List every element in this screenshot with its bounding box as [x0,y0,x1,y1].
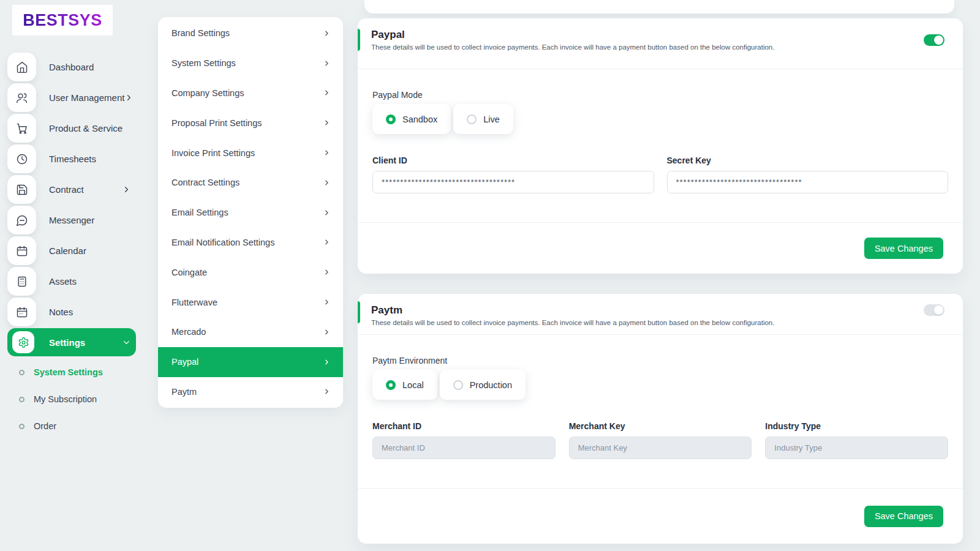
subnav-item-label: Order [34,421,56,431]
bullet-icon [19,370,24,375]
paypal-save-changes-button[interactable]: Save Changes [864,238,943,259]
sidebar-item-contract[interactable]: Contract [7,175,136,204]
settings-menu-item-coingate[interactable]: Coingate [158,257,343,287]
sidebar-item-label: Calendar [49,246,86,256]
subnav-item-my-subscription[interactable]: My Subscription [19,386,103,413]
chevron-right-icon [323,29,331,37]
paypal-mode-live-radio[interactable]: Live [453,104,513,134]
radio-label: Live [483,114,500,124]
settings-menu-item-invoice-print-settings[interactable]: Invoice Print Settings [158,138,343,168]
paytm-fields: Merchant ID Merchant Key Industry Type [372,421,948,459]
paypal-enabled-toggle[interactable] [924,34,944,46]
chevron-right-icon [122,185,131,194]
sidebar-item-timesheets[interactable]: Timesheets [7,144,136,173]
sidebar-item-product-service[interactable]: Product & Service [7,114,136,143]
sidebar-item-label: Product & Service [49,123,123,133]
sidebar-item-dashboard[interactable]: Dashboard [7,53,136,81]
sidebar-nav: Dashboard User Management Product & Serv… [7,53,136,356]
merchant-id-field-group: Merchant ID [372,421,556,459]
paypal-mode-label: Paypal Mode [372,90,948,100]
paypal-mode-sandbox-radio[interactable]: Sandbox [372,104,451,134]
radio-selected-icon [386,114,396,124]
chevron-right-icon [323,149,331,157]
paypal-card-header: Paypal These details will be used to col… [358,18,963,69]
main-content: Paypal These details will be used to col… [358,0,963,551]
settings-menu-item-company-settings[interactable]: Company Settings [158,78,343,108]
paytm-enabled-toggle[interactable] [924,304,944,316]
sidebar-item-label: Settings [49,337,85,348]
sidebar-item-settings[interactable]: Settings [7,328,136,356]
settings-menu-item-mercado[interactable]: Mercado [158,317,343,347]
paytm-environment-label: Paytm Environment [372,356,948,365]
clock-icon [7,144,36,173]
settings-menu-item-proposal-print-settings[interactable]: Proposal Print Settings [158,108,343,138]
merchant-key-input[interactable] [569,437,752,459]
client-id-label: Client ID [372,156,654,165]
radio-label: Sandbox [402,114,437,124]
sidebar-item-label: User Management [49,92,124,103]
sidebar-item-user-management[interactable]: User Management [7,83,136,112]
secret-key-field-group: Secret Key [667,156,949,193]
settings-menu-panel: Brand Settings System Settings Company S… [158,17,343,408]
logo[interactable]: BESTSYS [12,5,113,36]
settings-menu-item-paypal[interactable]: Paypal [158,347,343,377]
previous-card-partial [364,0,954,13]
chevron-right-icon [323,238,331,246]
chevron-right-icon [323,358,331,366]
paypal-card-title: Paypal [371,29,908,41]
chevron-right-icon [323,388,331,395]
secret-key-label: Secret Key [667,156,949,165]
accent-bar [358,301,360,323]
sidebar-item-messenger[interactable]: Messenger [7,206,136,234]
paypal-card: Paypal These details will be used to col… [358,18,963,274]
radio-label: Production [470,380,512,390]
settings-menu-item-email-settings[interactable]: Email Settings [158,198,343,228]
sidebar-item-assets[interactable]: Assets [7,267,136,296]
subnav-item-system-settings[interactable]: System Settings [19,359,103,386]
settings-subnav: System Settings My Subscription Order [19,359,103,440]
industry-type-field-group: Industry Type [765,421,948,459]
chevron-right-icon [323,119,331,127]
chevron-right-icon [323,268,331,276]
paytm-env-local-radio[interactable]: Local [372,370,437,400]
settings-menu-item-brand-settings[interactable]: Brand Settings [158,18,343,48]
settings-menu-item-system-settings[interactable]: System Settings [158,48,343,78]
client-id-input[interactable] [372,171,654,193]
bullet-icon [19,424,24,429]
paytm-card-body: Paytm Environment Local Production Merch… [358,356,963,459]
paytm-card-title: Paytm [371,304,908,317]
paytm-save-changes-button[interactable]: Save Changes [864,506,943,527]
sidebar-item-calendar[interactable]: Calendar [7,236,136,265]
paypal-card-footer: Save Changes [358,222,963,274]
radio-selected-icon [386,380,396,390]
subnav-item-label: System Settings [34,367,103,377]
paypal-fields: Client ID Secret Key [372,156,948,193]
merchant-key-field-group: Merchant Key [569,421,752,459]
gear-icon [12,331,34,353]
paytm-environment-options: Local Production [372,370,948,400]
settings-menu-item-contract-settings[interactable]: Contract Settings [158,168,343,198]
secret-key-input[interactable] [667,171,949,193]
industry-type-input[interactable] [765,437,948,459]
sidebar-item-label: Timesheets [49,154,96,164]
settings-menu-item-email-notification-settings[interactable]: Email Notification Settings [158,228,343,258]
paypal-mode-options: Sandbox Live [372,104,948,134]
calendar-icon [7,236,36,265]
paypal-card-body: Paypal Mode Sandbox Live Client ID Secre… [358,90,963,193]
paytm-card: Paytm These details will be used to coll… [358,294,963,544]
chevron-right-icon [323,179,331,187]
radio-label: Local [402,380,424,390]
chevron-right-icon [323,298,331,306]
chat-icon [7,206,36,234]
settings-menu-item-flutterwave[interactable]: Flutterwave [158,287,343,317]
paytm-env-production-radio[interactable]: Production [440,370,526,400]
radio-unselected-icon [467,114,477,124]
sidebar-item-label: Messenger [49,215,94,225]
client-id-field-group: Client ID [372,156,654,193]
sidebar-item-notes[interactable]: Notes [7,298,136,326]
chevron-right-icon [323,59,331,67]
settings-menu-item-paytm[interactable]: Paytm [158,377,343,407]
subnav-item-order[interactable]: Order [19,413,103,440]
paypal-card-description: These details will be used to collect in… [371,43,908,51]
merchant-id-input[interactable] [372,437,556,459]
